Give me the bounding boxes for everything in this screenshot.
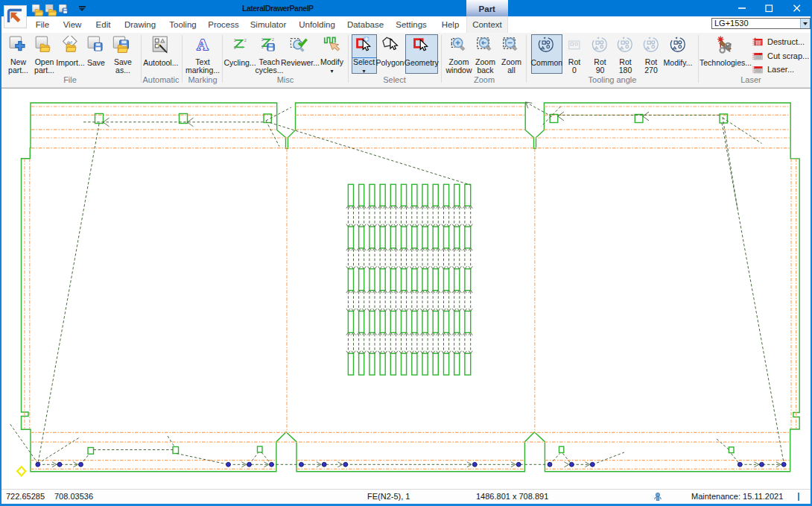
- svg-text:1: 1: [261, 37, 263, 42]
- svg-text:2: 2: [271, 37, 273, 42]
- svg-text:1: 1: [233, 38, 235, 42]
- svg-text:A: A: [197, 36, 209, 54]
- svg-text:dxf: dxf: [759, 52, 762, 55]
- svg-text:2: 2: [244, 38, 246, 42]
- svg-text:dxf: dxf: [67, 40, 73, 45]
